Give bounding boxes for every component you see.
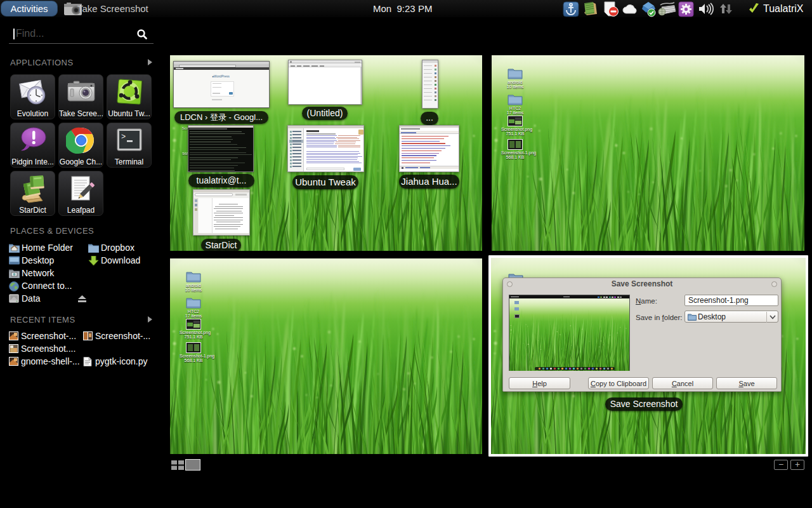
svg-text:>: > <box>121 133 126 142</box>
